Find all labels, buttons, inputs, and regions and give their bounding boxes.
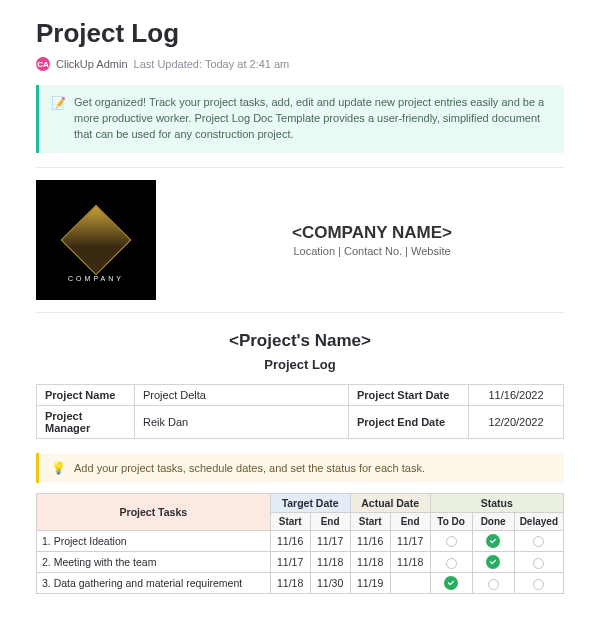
document-page: Project Log CA ClickUp Admin Last Update… [0,0,600,594]
meta-value-project-manager[interactable]: Reik Dan [135,405,349,438]
company-name-placeholder[interactable]: <COMPANY NAME> [180,223,564,243]
th-project-tasks: Project Tasks [37,493,271,530]
last-updated-label: Last Updated: Today at 2:41 am [134,58,290,70]
target-end-cell[interactable]: 11/30 [310,573,350,594]
actual-end-cell[interactable] [390,573,430,594]
status-checked-icon[interactable] [486,534,500,548]
project-meta-table: Project Name Project Delta Project Start… [36,384,564,439]
status-empty-radio[interactable] [446,558,457,569]
actual-start-cell[interactable]: 11/18 [350,552,390,573]
meta-label-start-date: Project Start Date [349,384,469,405]
intro-banner-text: Get organized! Track your project tasks,… [74,95,552,143]
actual-end-cell[interactable]: 11/18 [390,552,430,573]
status-done-cell[interactable] [472,530,514,551]
company-block: COMPANY <COMPANY NAME> Location | Contac… [36,167,564,313]
th-actual-start: Start [350,512,390,530]
status-todo-cell[interactable] [430,530,472,551]
task-name-cell[interactable]: 2. Meeting with the team [37,552,271,573]
task-name-cell[interactable]: 3. Data gathering and material requireme… [37,573,271,594]
status-empty-radio[interactable] [488,579,499,590]
company-logo: COMPANY [36,180,156,300]
th-status: Status [430,493,563,512]
meta-value-start-date[interactable]: 11/16/2022 [469,384,564,405]
target-end-cell[interactable]: 11/17 [310,530,350,551]
intro-banner: 📝 Get organized! Track your project task… [36,85,564,153]
meta-label-end-date: Project End Date [349,405,469,438]
actual-start-cell[interactable]: 11/16 [350,530,390,551]
tasks-tip-banner: 💡 Add your project tasks, schedule dates… [36,453,564,483]
status-todo-cell[interactable] [430,552,472,573]
th-target-start: Start [270,512,310,530]
note-icon: 📝 [51,95,66,143]
actual-end-cell[interactable]: 11/17 [390,530,430,551]
logo-label: COMPANY [36,275,156,282]
table-row: 1. Project Ideation11/1611/1711/1611/17 [37,530,564,551]
meta-value-project-name[interactable]: Project Delta [135,384,349,405]
bulb-icon: 💡 [51,461,66,475]
status-delayed-cell[interactable] [514,573,563,594]
table-row: 3. Data gathering and material requireme… [37,573,564,594]
th-target-date: Target Date [270,493,350,512]
status-todo-cell[interactable] [430,573,472,594]
status-empty-radio[interactable] [533,579,544,590]
table-row: 2. Meeting with the team11/1711/1811/181… [37,552,564,573]
page-title: Project Log [36,18,564,49]
status-empty-radio[interactable] [533,558,544,569]
project-log-subtitle: Project Log [36,357,564,372]
target-start-cell[interactable]: 11/17 [270,552,310,573]
task-name-cell[interactable]: 1. Project Ideation [37,530,271,551]
target-start-cell[interactable]: 11/18 [270,573,310,594]
th-status-delayed: Delayed [514,512,563,530]
th-actual-end: End [390,512,430,530]
th-status-todo: To Do [430,512,472,530]
author-row: CA ClickUp Admin Last Updated: Today at … [36,57,564,71]
status-checked-icon[interactable] [486,555,500,569]
status-checked-icon[interactable] [444,576,458,590]
status-delayed-cell[interactable] [514,552,563,573]
th-target-end: End [310,512,350,530]
meta-value-end-date[interactable]: 12/20/2022 [469,405,564,438]
th-actual-date: Actual Date [350,493,430,512]
actual-start-cell[interactable]: 11/19 [350,573,390,594]
status-done-cell[interactable] [472,552,514,573]
tasks-table: Project Tasks Target Date Actual Date St… [36,493,564,595]
target-start-cell[interactable]: 11/16 [270,530,310,551]
author-avatar: CA [36,57,50,71]
author-name: ClickUp Admin [56,58,128,70]
project-name-placeholder[interactable]: <Project's Name> [36,331,564,351]
status-empty-radio[interactable] [533,536,544,547]
target-end-cell[interactable]: 11/18 [310,552,350,573]
company-subline[interactable]: Location | Contact No. | Website [180,245,564,257]
tasks-tip-text: Add your project tasks, schedule dates, … [74,462,425,474]
status-done-cell[interactable] [472,573,514,594]
status-delayed-cell[interactable] [514,530,563,551]
th-status-done: Done [472,512,514,530]
company-text: <COMPANY NAME> Location | Contact No. | … [180,223,564,257]
meta-label-project-name: Project Name [37,384,135,405]
status-empty-radio[interactable] [446,536,457,547]
meta-label-project-manager: Project Manager [37,405,135,438]
